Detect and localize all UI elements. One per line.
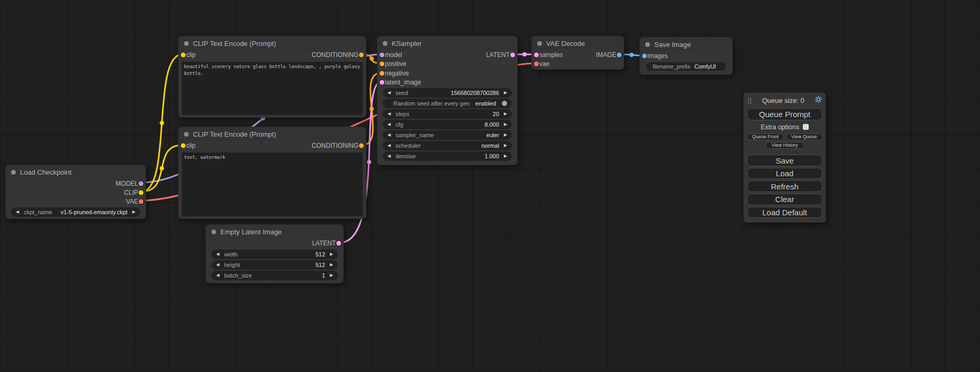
node-clip-text-encode-negative[interactable]: CLIP Text Encode (Prompt) clip CONDITION… <box>178 127 366 219</box>
widget-label: scheduler <box>395 142 421 149</box>
collapse-dot-icon[interactable] <box>11 170 16 175</box>
widget-seed[interactable]: ◀ seed 156680208700286 ▶ <box>383 88 512 98</box>
drag-handle-icon[interactable] <box>748 97 752 104</box>
slot-row: model LATENT <box>377 50 517 60</box>
queue-front-button[interactable]: Queue Front <box>747 133 784 140</box>
increment-arrow-icon[interactable]: ▶ <box>504 144 507 148</box>
input-slot-positive[interactable] <box>380 62 384 66</box>
output-slot-clip[interactable] <box>139 190 143 195</box>
load-default-button[interactable]: Load Default <box>747 207 822 218</box>
decrement-arrow-icon[interactable]: ◀ <box>216 263 219 267</box>
decrement-arrow-icon[interactable]: ◀ <box>16 210 19 214</box>
clear-button[interactable]: Clear <box>747 194 822 205</box>
node-ksampler[interactable]: KSampler model LATENT positive negative … <box>377 36 518 165</box>
widget-cfg[interactable]: ◀ cfg 8.000 ▶ <box>383 120 512 129</box>
output-label-model: MODEL <box>115 180 138 187</box>
decrement-arrow-icon[interactable]: ◀ <box>387 91 391 95</box>
node-header[interactable]: Load Checkpoint <box>6 165 145 179</box>
queue-menu-panel: Queue size: 0 Queue Prompt Extra options… <box>743 92 826 223</box>
prompt-textarea[interactable]: text, watermark <box>182 152 363 216</box>
decrement-arrow-icon[interactable]: ◀ <box>387 133 391 137</box>
widget-value: 1.000 <box>484 153 499 159</box>
decrement-arrow-icon[interactable]: ◀ <box>216 252 219 256</box>
prompt-textarea[interactable]: beautiful scenery nature glass bottle la… <box>182 62 363 115</box>
widget-batch-size[interactable]: ◀ batch_size 1 ▶ <box>211 271 338 280</box>
input-slot-clip[interactable] <box>181 144 186 148</box>
widget-ckpt-name[interactable]: ◀ ckpt_name v1-5-pruned-emaonly.ckpt ▶ <box>11 207 140 217</box>
link-dot-latent-to-decode <box>522 52 527 56</box>
widget-height[interactable]: ◀ height 512 ▶ <box>211 260 338 270</box>
decrement-arrow-icon[interactable]: ◀ <box>387 144 391 148</box>
increment-arrow-icon[interactable]: ▶ <box>504 91 507 95</box>
widget-label: ckpt_name <box>24 209 52 215</box>
decrement-arrow-icon[interactable]: ◀ <box>387 122 391 127</box>
node-load-checkpoint[interactable]: Load Checkpoint MODEL CLIP VAE ◀ ckpt_na… <box>5 165 146 219</box>
decrement-arrow-icon[interactable]: ◀ <box>387 154 391 158</box>
input-slot-negative[interactable] <box>380 71 384 75</box>
widget-filename-prefix[interactable]: filename_prefix ComfyUI <box>646 62 726 71</box>
wire-clip-negative <box>141 145 182 192</box>
node-header[interactable]: CLIP Text Encode (Prompt) <box>179 127 366 141</box>
slot-row: clip CONDITIONING <box>179 50 366 60</box>
node-clip-text-encode-positive[interactable]: CLIP Text Encode (Prompt) clip CONDITION… <box>178 36 366 118</box>
widget-value: v1-5-pruned-emaonly.ckpt <box>61 209 128 215</box>
output-slot-model[interactable] <box>139 181 143 186</box>
node-header[interactable]: KSampler <box>377 36 517 50</box>
collapse-dot-icon[interactable] <box>211 230 216 234</box>
increment-arrow-icon[interactable]: ▶ <box>504 122 507 127</box>
widget-width[interactable]: ◀ width 512 ▶ <box>211 250 338 259</box>
toggle-knob-icon[interactable] <box>502 101 507 106</box>
input-slot-vae[interactable] <box>534 62 539 66</box>
widget-denoise[interactable]: ◀ denoise 1.000 ▶ <box>383 151 512 161</box>
save-button[interactable]: Save <box>747 155 822 166</box>
settings-gear-icon[interactable] <box>814 96 822 106</box>
widget-sampler-name[interactable]: ◀ sampler_name euler ▶ <box>383 130 512 140</box>
load-button[interactable]: Load <box>747 168 822 179</box>
input-slot-latent-image[interactable] <box>380 80 384 85</box>
view-history-button[interactable]: View History <box>765 142 804 149</box>
input-label-model: model <box>385 51 402 59</box>
node-header[interactable]: Save Image <box>640 37 732 51</box>
output-slot-vae[interactable] <box>139 199 143 204</box>
output-slot-image[interactable] <box>617 52 622 57</box>
output-slot-latent[interactable] <box>510 52 515 57</box>
input-slot-model[interactable] <box>380 52 384 57</box>
node-header[interactable]: CLIP Text Encode (Prompt) <box>179 36 366 50</box>
output-slot-conditioning[interactable] <box>359 53 364 58</box>
increment-arrow-icon[interactable]: ▶ <box>504 154 507 158</box>
output-slot-conditioning[interactable] <box>359 144 364 148</box>
collapse-dot-icon[interactable] <box>645 42 650 47</box>
queue-actions-row: Queue Front View Queue <box>747 133 822 140</box>
input-slot-images[interactable] <box>642 53 647 58</box>
collapse-dot-icon[interactable] <box>184 41 189 46</box>
decrement-arrow-icon[interactable]: ◀ <box>216 273 219 278</box>
increment-arrow-icon[interactable]: ▶ <box>330 263 333 267</box>
refresh-button[interactable]: Refresh <box>747 180 822 192</box>
output-slot-latent[interactable] <box>336 241 341 245</box>
decrement-arrow-icon[interactable]: ◀ <box>387 112 391 116</box>
view-queue-button[interactable]: View Queue <box>786 133 823 140</box>
increment-arrow-icon[interactable]: ▶ <box>330 252 333 256</box>
node-empty-latent-image[interactable]: Empty Latent Image LATENT ◀ width 512 ▶ … <box>206 224 344 283</box>
node-header[interactable]: VAE Decode <box>532 36 624 50</box>
widget-scheduler[interactable]: ◀ scheduler normal ▶ <box>383 141 512 150</box>
node-vae-decode[interactable]: VAE Decode samples IMAGE vae <box>531 36 624 70</box>
widget-random-seed-toggle[interactable]: Random seed after every gen enabled <box>383 99 512 108</box>
increment-arrow-icon[interactable]: ▶ <box>504 112 507 116</box>
widget-list: ◀ width 512 ▶ ◀ height 512 ▶ ◀ batch_siz… <box>206 250 343 280</box>
collapse-dot-icon[interactable] <box>537 41 542 46</box>
collapse-dot-icon[interactable] <box>184 132 189 137</box>
node-graph-canvas[interactable]: Load Checkpoint MODEL CLIP VAE ◀ ckpt_na… <box>0 0 980 372</box>
extra-options-checkbox[interactable] <box>803 124 809 130</box>
node-header[interactable]: Empty Latent Image <box>206 225 343 239</box>
increment-arrow-icon[interactable]: ▶ <box>330 273 333 278</box>
node-save-image[interactable]: Save Image images filename_prefix ComfyU… <box>639 37 733 75</box>
slot-row: images <box>640 51 732 61</box>
input-slot-clip[interactable] <box>181 53 186 58</box>
input-slot-samples[interactable] <box>534 52 539 57</box>
increment-arrow-icon[interactable]: ▶ <box>132 210 135 214</box>
increment-arrow-icon[interactable]: ▶ <box>504 133 507 137</box>
collapse-dot-icon[interactable] <box>383 41 387 46</box>
queue-prompt-button[interactable]: Queue Prompt <box>747 108 822 120</box>
widget-steps[interactable]: ◀ steps 20 ▶ <box>383 109 512 119</box>
